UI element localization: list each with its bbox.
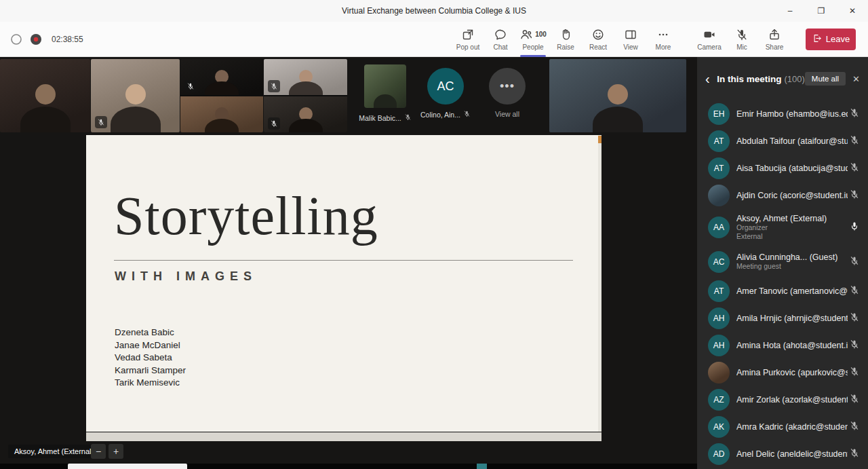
people-icon bbox=[519, 28, 533, 41]
participant-row[interactable]: EH Emir Hambo (ehambo@ius.edu... bbox=[697, 100, 868, 128]
participant-row[interactable]: AK Amra Kadric (akadric@student.iu... bbox=[697, 413, 868, 440]
camera-button[interactable]: Camera bbox=[693, 22, 726, 57]
participant-row[interactable]: Amina Purkovic (apurkovic@stu... bbox=[697, 359, 868, 386]
taskbar-search-box[interactable] bbox=[68, 464, 187, 469]
avatar: AZ bbox=[708, 389, 730, 411]
raise-hand-button[interactable]: Raise bbox=[549, 22, 582, 57]
camera-icon bbox=[703, 28, 716, 41]
panel-title: In this meeting bbox=[717, 74, 781, 84]
participant-mic-status bbox=[848, 107, 861, 121]
participant-mic-status bbox=[848, 255, 861, 269]
participant-list: EH Emir Hambo (ehambo@ius.edu... AT Abdu… bbox=[697, 100, 868, 469]
participant-text: Amra Kadric (akadric@student.iu... bbox=[736, 422, 848, 432]
participant-row[interactable]: AH Amila Hrnjic (ahrnjic@student.iu... bbox=[697, 305, 868, 332]
participant-video bbox=[180, 96, 263, 132]
meeting-toolbar: 02:38:55 Pop out Chat 100 People bbox=[0, 22, 868, 57]
video-tile[interactable] bbox=[264, 59, 347, 95]
mic-muted-icon bbox=[849, 366, 860, 379]
slide-scrollbar-thumb[interactable] bbox=[598, 136, 601, 143]
participant-name: Amer Tanovic (amertanovic@stu... bbox=[736, 286, 848, 296]
participant-text: Ajdin Coric (acoric@student.ius... bbox=[736, 191, 848, 200]
participant-name: Ajdin Coric (acoric@student.ius... bbox=[736, 191, 848, 200]
participant-name: Amila Hrnjic (ahrnjic@student.iu... bbox=[736, 314, 848, 323]
view-button[interactable]: View bbox=[614, 22, 647, 57]
react-smiley-icon bbox=[591, 28, 605, 41]
participant-mic-status bbox=[848, 312, 861, 325]
video-tile[interactable] bbox=[180, 96, 263, 132]
participant-row[interactable]: AD Anel Delic (aneldelic@student.iu... bbox=[697, 440, 868, 468]
slide-scrollbar[interactable] bbox=[598, 135, 601, 432]
mic-muted-icon bbox=[849, 134, 860, 148]
participant-row[interactable]: AT Amer Tanovic (amertanovic@stu... bbox=[697, 278, 868, 305]
os-taskbar-sliver[interactable] bbox=[0, 464, 697, 469]
close-button[interactable]: ✕ bbox=[837, 0, 868, 22]
recording-indicator-group: 02:38:55 bbox=[9, 33, 83, 46]
participant-row[interactable]: AA Aksoy, Ahmet (External) OrganizerExte… bbox=[697, 209, 868, 246]
participant-text: Amer Tanovic (amertanovic@stu... bbox=[736, 286, 848, 296]
video-tile[interactable] bbox=[91, 59, 180, 132]
minimize-button[interactable]: – bbox=[774, 0, 806, 22]
slide-bottom-band bbox=[86, 432, 601, 441]
video-tile[interactable] bbox=[0, 59, 90, 132]
panel-close-icon[interactable]: ✕ bbox=[852, 74, 860, 84]
avatar: AK bbox=[708, 416, 730, 438]
audio-participant-tile[interactable]: AC Colino, Ain... bbox=[418, 59, 473, 132]
participant-initials-avatar: AC bbox=[427, 68, 464, 105]
participant-row[interactable]: AZ Amir Zorlak (azorlak@student.iu... bbox=[697, 386, 868, 413]
participant-count: (100) bbox=[784, 74, 804, 84]
back-chevron-icon[interactable]: ‹ bbox=[705, 72, 713, 86]
avatar: AT bbox=[708, 280, 730, 302]
video-tile-large[interactable] bbox=[549, 59, 686, 132]
participant-row[interactable]: AH Amina Hota (ahota@student.ius... bbox=[697, 332, 868, 359]
slide-author: Dzeneta Babic bbox=[115, 326, 186, 339]
more-ellipsis-icon bbox=[656, 28, 670, 41]
mic-muted-icon bbox=[849, 312, 860, 325]
record-icon bbox=[29, 33, 43, 46]
participant-name: Amra Kadric (akadric@student.iu... bbox=[736, 422, 848, 432]
participant-text: Aisa Tabucija (atabucija@student... bbox=[736, 164, 848, 173]
zoom-controls: − + bbox=[91, 444, 123, 459]
shared-presentation-slide: Storytelling WITH IMAGES Dzeneta BabicJa… bbox=[86, 135, 601, 432]
view-all-ellipsis-icon: ••• bbox=[489, 68, 526, 105]
react-button[interactable]: React bbox=[582, 22, 614, 57]
mic-muted-icon bbox=[849, 339, 860, 352]
video-tile-stack bbox=[264, 59, 347, 132]
slide-subtitle: WITH IMAGES bbox=[115, 269, 257, 284]
slide-author-list: Dzeneta BabicJanae McDanielVedad SabetaK… bbox=[115, 326, 186, 390]
audio-participant-tile[interactable]: Malik Babic... bbox=[355, 59, 415, 132]
popout-button[interactable]: Pop out bbox=[452, 22, 484, 57]
participants-panel-header: ‹ In this meeting (100) Mute all ✕ bbox=[697, 57, 868, 100]
view-all-button[interactable]: ••• View all bbox=[479, 59, 536, 132]
mic-button[interactable]: Mic bbox=[726, 22, 758, 57]
video-tile[interactable] bbox=[264, 96, 347, 132]
participant-row[interactable]: Ajdin Coric (acoric@student.ius... bbox=[697, 182, 868, 209]
participant-row[interactable]: AT Aisa Tabucija (atabucija@student... bbox=[697, 155, 868, 182]
video-tile[interactable] bbox=[180, 59, 263, 95]
zoom-out-button[interactable]: − bbox=[91, 444, 106, 459]
leave-button[interactable]: Leave bbox=[806, 29, 856, 50]
participant-text: Alivia Cunningha... (Guest) Meeting gues… bbox=[736, 252, 848, 271]
share-button[interactable]: Share bbox=[758, 22, 791, 57]
slide-author: Karmarli Stamper bbox=[115, 364, 186, 377]
mic-muted-indicator bbox=[268, 80, 280, 92]
popout-icon bbox=[461, 28, 475, 41]
leave-icon bbox=[812, 33, 822, 45]
more-button[interactable]: More bbox=[647, 22, 679, 57]
participants-panel: ‹ In this meeting (100) Mute all ✕ EH Em… bbox=[697, 57, 868, 469]
taskbar-app-icon[interactable] bbox=[477, 464, 487, 469]
chat-button[interactable]: Chat bbox=[484, 22, 517, 57]
participant-name: Emir Hambo (ehambo@ius.edu... bbox=[736, 109, 848, 119]
mute-all-button[interactable]: Mute all bbox=[805, 72, 846, 86]
participant-row[interactable]: AC Alivia Cunningha... (Guest) Meeting g… bbox=[697, 246, 868, 278]
participant-video bbox=[549, 59, 686, 132]
participant-row[interactable]: AT Abdulah Taifour (ataifour@stude... bbox=[697, 128, 868, 155]
maximize-button[interactable]: ❐ bbox=[806, 0, 837, 22]
mic-muted-icon bbox=[463, 110, 471, 119]
video-strip: Malik Babic... AC Colino, Ain... ••• Vie… bbox=[0, 59, 686, 132]
avatar: AD bbox=[708, 443, 730, 465]
zoom-in-button[interactable]: + bbox=[108, 444, 123, 459]
mic-muted-icon bbox=[849, 107, 860, 121]
avatar: AT bbox=[708, 157, 730, 179]
people-button[interactable]: 100 People bbox=[517, 22, 549, 57]
participant-mic-status bbox=[848, 189, 861, 202]
